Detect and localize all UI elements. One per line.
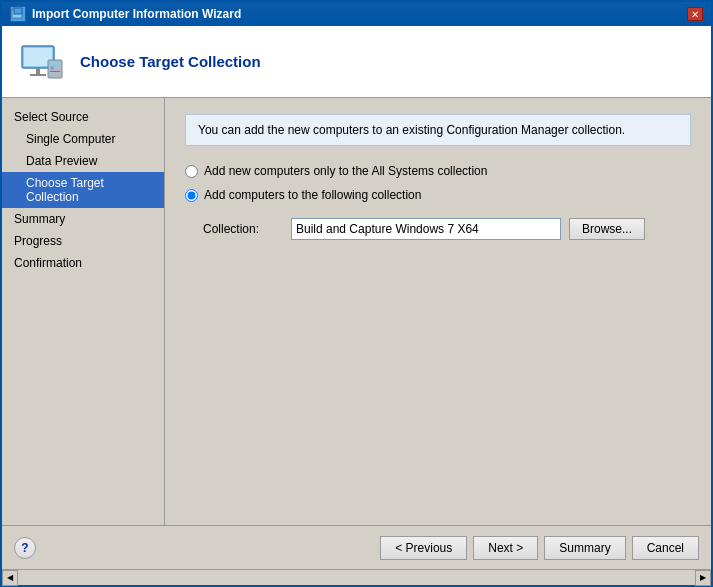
radio-label-following-collection[interactable]: Add computers to the following collectio… [204, 188, 421, 202]
scroll-bar-area: ◀ ▶ [2, 569, 711, 585]
radio-all-systems[interactable] [185, 165, 198, 178]
sidebar-item-summary[interactable]: Summary [2, 208, 164, 230]
scroll-left-arrow[interactable]: ◀ [2, 570, 18, 586]
window-title: Import Computer Information Wizard [32, 7, 241, 21]
next-button[interactable]: Next > [473, 536, 538, 560]
collection-row: Collection: Browse... [203, 218, 691, 240]
help-button[interactable]: ? [14, 537, 36, 559]
wizard-icon [18, 38, 66, 86]
radio-row-1: Add new computers only to the All System… [185, 164, 691, 178]
wizard-sidebar: Select Source Single Computer Data Previ… [2, 98, 165, 525]
info-bar: You can add the new computers to an exis… [185, 114, 691, 146]
svg-rect-1 [14, 8, 22, 14]
cancel-button[interactable]: Cancel [632, 536, 699, 560]
browse-button[interactable]: Browse... [569, 218, 645, 240]
sidebar-item-confirmation[interactable]: Confirmation [2, 252, 164, 274]
wizard-header: Choose Target Collection [2, 26, 711, 98]
summary-button[interactable]: Summary [544, 536, 625, 560]
svg-point-8 [51, 66, 54, 69]
collection-label: Collection: [203, 222, 283, 236]
info-text: You can add the new computers to an exis… [198, 123, 625, 137]
sidebar-item-select-source[interactable]: Select Source [2, 106, 164, 128]
title-bar: Import Computer Information Wizard ✕ [2, 2, 711, 26]
sidebar-item-choose-target[interactable]: Choose Target Collection [2, 172, 164, 208]
svg-rect-9 [50, 71, 60, 72]
radio-row-2: Add computers to the following collectio… [185, 188, 691, 202]
radio-label-all-systems[interactable]: Add new computers only to the All System… [204, 164, 487, 178]
svg-rect-7 [50, 62, 60, 65]
radio-group: Add new computers only to the All System… [185, 164, 691, 202]
sidebar-item-data-preview[interactable]: Data Preview [2, 150, 164, 172]
title-bar-left: Import Computer Information Wizard [10, 6, 241, 22]
close-button[interactable]: ✕ [687, 7, 703, 21]
previous-button[interactable]: < Previous [380, 536, 467, 560]
sidebar-item-progress[interactable]: Progress [2, 230, 164, 252]
scroll-right-arrow[interactable]: ▶ [695, 570, 711, 586]
wizard-header-title: Choose Target Collection [80, 53, 261, 70]
content-panel: You can add the new computers to an exis… [165, 98, 711, 525]
scroll-track [20, 571, 693, 585]
window-icon [10, 6, 26, 22]
wizard-window: Import Computer Information Wizard ✕ Cho… [0, 0, 713, 587]
footer-left: ? [14, 537, 36, 559]
collection-input[interactable] [291, 218, 561, 240]
wizard-footer: ? < Previous Next > Summary Cancel [2, 525, 711, 569]
wizard-body: Select Source Single Computer Data Previ… [2, 98, 711, 525]
sidebar-item-single-computer[interactable]: Single Computer [2, 128, 164, 150]
radio-following-collection[interactable] [185, 189, 198, 202]
svg-rect-4 [36, 68, 40, 74]
svg-rect-5 [30, 74, 46, 76]
